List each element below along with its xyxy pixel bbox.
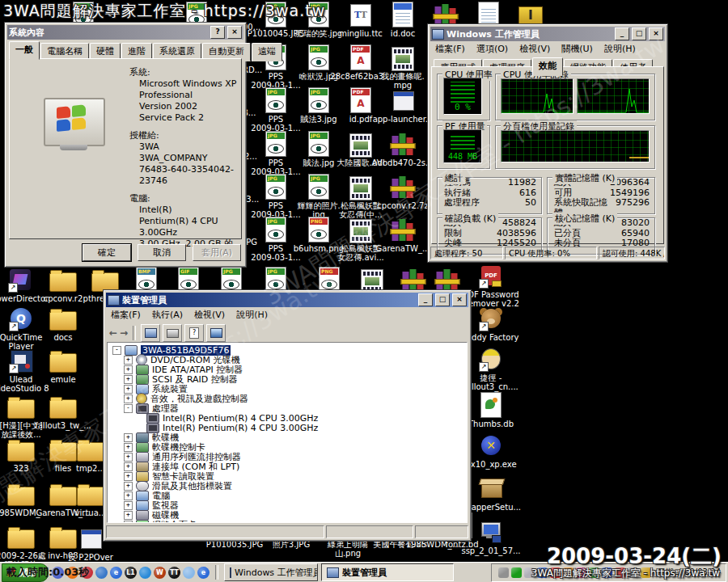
system-properties-window[interactable]: 系統內容 ? × 一般電腦名稱硬體進階系統還原自動更新遠端 系統: Micros… xyxy=(4,22,247,268)
expand-icon[interactable]: + xyxy=(124,491,133,500)
desktop-icon-label: docs xyxy=(26,333,100,342)
messenger-icon[interactable] xyxy=(52,567,64,579)
expand-icon[interactable]: + xyxy=(124,385,133,394)
orange-app-icon[interactable] xyxy=(563,567,574,578)
tab-效能[interactable]: 效能 xyxy=(532,57,563,76)
tree-node[interactable]: -處理器 xyxy=(112,403,467,413)
status-cell: CPU 使用率: 0% xyxy=(505,247,597,259)
desktop-icon[interactable]: docs xyxy=(26,306,100,342)
expand-icon[interactable]: + xyxy=(124,501,133,510)
firefox-icon[interactable] xyxy=(66,567,78,579)
task-manager-titlebar[interactable]: Windows 工作管理員 _ □ × xyxy=(430,27,665,41)
tree-child-node[interactable]: Intel(R) Pentium(R) 4 CPU 3.00GHz xyxy=(112,413,467,423)
shortcut-arrow-icon: ↗ xyxy=(479,362,489,372)
show-console-tree-button[interactable] xyxy=(141,324,160,342)
desktop-icon[interactable]: emule xyxy=(26,348,100,384)
desktop-icon-label: emule xyxy=(26,375,100,384)
close-button[interactable]: × xyxy=(227,26,242,39)
desktop-icon-label: 反 P2POver xyxy=(53,553,128,562)
expand-icon[interactable]: + xyxy=(124,472,133,481)
expand-icon[interactable]: + xyxy=(124,443,133,452)
system-properties-titlebar[interactable]: 系統內容 ? × xyxy=(7,25,243,40)
apply-button[interactable]: 套用(A) xyxy=(193,244,241,261)
pink-app-icon[interactable] xyxy=(576,567,586,578)
task-manager-window[interactable]: Windows 工作管理員 _ □ × 檔案(F)選項(O)檢視(V)關機(U)… xyxy=(427,23,668,263)
ie2-icon[interactable]: e xyxy=(197,567,210,579)
tt-font-icon[interactable]: TT xyxy=(168,567,180,579)
menu-item-關機(U)[interactable]: 關機(U) xyxy=(561,43,593,54)
taskbar-button-Windows 工作管理員[interactable]: Windows 工作管理員 xyxy=(224,563,318,581)
pdf-tool-file-icon: PDF↗ xyxy=(477,263,505,289)
status-cell: 處理程序: 50 xyxy=(430,247,503,259)
photo-app-icon[interactable] xyxy=(183,567,195,579)
printer-icon[interactable] xyxy=(498,567,509,578)
expand-icon[interactable]: + xyxy=(124,482,133,491)
properties-button[interactable] xyxy=(206,324,226,342)
blue-app-icon[interactable] xyxy=(139,567,151,579)
maximize-button[interactable]: □ xyxy=(632,27,646,40)
expand-icon[interactable]: + xyxy=(124,453,133,462)
print-button[interactable] xyxy=(163,324,182,342)
tab-遠端[interactable]: 遠端 xyxy=(252,43,282,61)
l1-app-icon[interactable]: L1 xyxy=(125,567,137,579)
taskbar-button-裝置管理員[interactable]: 裝置管理員 xyxy=(321,563,454,581)
minimize-button[interactable]: _ xyxy=(615,27,629,40)
msn-icon[interactable] xyxy=(537,567,548,578)
ie-icon[interactable]: e xyxy=(110,567,122,579)
expand-icon[interactable]: + xyxy=(124,462,133,471)
volume-icon[interactable] xyxy=(628,567,638,578)
menu-item-檔案(F)[interactable]: 檔案(F) xyxy=(435,43,465,54)
expand-icon[interactable]: + xyxy=(124,521,133,524)
ok-button[interactable]: 確定 xyxy=(83,244,131,261)
menu-item-檢視(V)[interactable]: 檢視(V) xyxy=(194,309,225,320)
maximize-button[interactable]: □ xyxy=(435,293,450,306)
tree-node[interactable]: +網路介面卡 xyxy=(112,520,467,523)
collapse-icon[interactable]: - xyxy=(112,346,121,355)
thumbs-file-icon xyxy=(477,392,505,418)
info-line: Professional xyxy=(139,90,241,101)
menu-item-檔案(F)[interactable]: 檔案(F) xyxy=(111,309,141,320)
task-manager-menubar: 檔案(F)選項(O)檢視(V)關機(U)說明(H) xyxy=(430,41,665,56)
green-led-icon[interactable] xyxy=(511,567,522,578)
tree-node-label: Intel(R) Pentium(R) 4 CPU 3.00GHz xyxy=(163,423,318,433)
desktop-icon[interactable]: fallout3_tw_... xyxy=(26,394,100,430)
expand-icon[interactable]: + xyxy=(124,394,133,403)
blue-h-icon[interactable] xyxy=(602,567,612,578)
red-box-icon[interactable] xyxy=(615,567,625,578)
stat-value: 50 xyxy=(525,198,536,209)
expand-icon[interactable]: + xyxy=(124,365,133,374)
leaf-icon[interactable] xyxy=(589,567,599,578)
expand-icon[interactable]: + xyxy=(124,433,133,442)
winamp-icon[interactable]: W xyxy=(154,567,166,579)
gray-orb-icon[interactable] xyxy=(524,567,535,578)
menu-item-檢視(V)[interactable]: 檢視(V) xyxy=(519,43,550,54)
close-button[interactable]: × xyxy=(649,27,663,40)
cancel-button[interactable]: 取消 xyxy=(138,244,186,261)
menu-item-執行(A)[interactable]: 執行(A) xyxy=(152,309,183,320)
menu-item-說明(H)[interactable]: 說明(H) xyxy=(604,43,636,54)
media-player-icon[interactable] xyxy=(81,567,93,579)
device-manager-window[interactable]: 裝置管理員 _ □ × 檔案(F)執行(A)檢視(V)說明(H) ← → ? -… xyxy=(103,289,472,542)
expand-icon[interactable]: + xyxy=(124,356,133,365)
menu-item-說明(H)[interactable]: 說明(H) xyxy=(236,309,268,320)
back-icon[interactable]: ← xyxy=(109,328,117,338)
remote-desktop-icon[interactable] xyxy=(95,567,108,579)
app-file-icon xyxy=(389,87,417,113)
forward-icon[interactable]: → xyxy=(120,328,128,338)
minimize-button[interactable]: _ xyxy=(418,293,433,306)
stat-group-title: 總計 xyxy=(442,172,465,184)
antivirus-icon[interactable] xyxy=(550,567,561,578)
help-docs-button[interactable]: ? xyxy=(184,324,204,342)
rar-file-icon xyxy=(389,217,417,242)
menu-item-選項(O)[interactable]: 選項(O) xyxy=(476,43,508,54)
help-button[interactable]: ? xyxy=(210,26,225,39)
expand-icon[interactable]: - xyxy=(124,404,133,413)
expand-icon[interactable]: + xyxy=(124,375,133,384)
tab-一般[interactable]: 一般 xyxy=(9,41,40,60)
close-button[interactable]: × xyxy=(452,293,467,306)
expand-icon[interactable]: + xyxy=(124,511,133,520)
info-line: 3WA_COMPANY xyxy=(139,153,241,164)
ime-icon[interactable] xyxy=(641,567,651,578)
device-manager-titlebar[interactable]: 裝置管理員 _ □ × xyxy=(106,293,468,307)
start-button[interactable]: 開始 xyxy=(2,563,49,582)
